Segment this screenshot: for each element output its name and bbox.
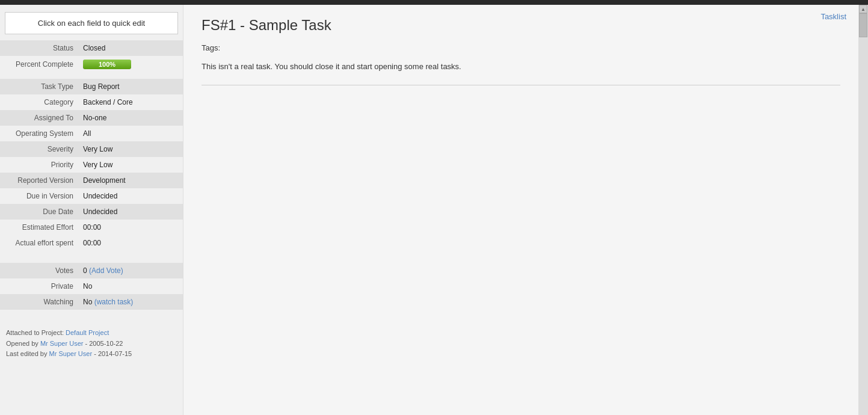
- opened-by-link[interactable]: Mr Super User: [40, 340, 84, 347]
- severity-row: Severity Very Low: [0, 141, 183, 157]
- votes-count: 0: [83, 266, 87, 275]
- opened-label: Opened by: [6, 340, 38, 347]
- os-label: Operating System: [0, 129, 78, 138]
- sidebar: Click on each field to quick edit Status…: [0, 5, 183, 415]
- status-label: Status: [0, 44, 78, 52]
- priority-row: Priority Very Low: [0, 157, 183, 173]
- watch-task-link[interactable]: (watch task): [94, 298, 134, 306]
- due-date-value[interactable]: Undecided: [78, 206, 183, 218]
- severity-value[interactable]: Very Low: [78, 143, 183, 155]
- opened-by-line: Opened by Mr Super User - 2005-10-22: [6, 339, 177, 349]
- private-row: Private No: [0, 278, 183, 294]
- footer-info: Attached to Project: Default Project Ope…: [0, 328, 183, 360]
- private-value: No: [78, 280, 183, 292]
- assigned-to-row: Assigned To No-one: [0, 110, 183, 126]
- last-edited-link[interactable]: Mr Super User: [49, 350, 93, 357]
- quick-edit-banner[interactable]: Click on each field to quick edit: [5, 12, 178, 34]
- progress-bar-fill: 100%: [83, 60, 131, 69]
- due-in-version-value[interactable]: Undecided: [78, 190, 183, 202]
- due-in-version-row: Due in Version Undecided: [0, 188, 183, 204]
- estimated-effort-label: Estimated Effort: [0, 223, 78, 232]
- percent-complete-label: Percent Complete: [0, 60, 78, 69]
- opened-date-text: - 2005-10-22: [85, 340, 123, 347]
- reported-version-row: Reported Version Development: [0, 173, 183, 188]
- scrollbar: ▲: [858, 5, 868, 415]
- assigned-to-label: Assigned To: [0, 114, 78, 122]
- watching-label: Watching: [0, 298, 78, 306]
- estimated-effort-value[interactable]: 00:00: [78, 221, 183, 233]
- due-in-version-label: Due in Version: [0, 192, 78, 200]
- category-row: Category Backend / Core: [0, 94, 183, 110]
- votes-label: Votes: [0, 266, 78, 275]
- progress-bar: 100%: [83, 60, 131, 69]
- task-type-row: Task Type Bug Report: [0, 79, 183, 94]
- category-value[interactable]: Backend / Core: [78, 96, 183, 108]
- percent-complete-value[interactable]: 100%: [78, 58, 183, 71]
- votes-value: 0 (Add Vote): [78, 265, 183, 277]
- due-date-label: Due Date: [0, 208, 78, 216]
- main-content: Tasklist FS#1 - Sample Task Tags: This i…: [183, 5, 858, 415]
- content-divider: [202, 85, 840, 85]
- watching-status: No: [83, 298, 92, 306]
- task-type-value[interactable]: Bug Report: [78, 81, 183, 93]
- status-row: Status Closed: [0, 40, 183, 56]
- last-edited-date: - 2014-07-15: [94, 350, 132, 357]
- reported-version-label: Reported Version: [0, 176, 78, 185]
- add-vote-link[interactable]: (Add Vote): [89, 266, 123, 275]
- category-label: Category: [0, 98, 78, 106]
- private-label: Private: [0, 282, 78, 290]
- severity-label: Severity: [0, 145, 78, 153]
- watching-value: No (watch task): [78, 296, 183, 308]
- priority-label: Priority: [0, 161, 78, 169]
- task-description: This isn't a real task. You should close…: [202, 61, 840, 73]
- last-edited-line: Last edited by Mr Super User - 2014-07-1…: [6, 349, 177, 360]
- actual-effort-row: Actual effort spent 00:00: [0, 235, 183, 251]
- project-link[interactable]: Default Project: [66, 329, 109, 336]
- status-value[interactable]: Closed: [78, 42, 183, 54]
- estimated-effort-row: Estimated Effort 00:00: [0, 220, 183, 235]
- due-date-row: Due Date Undecided: [0, 204, 183, 220]
- priority-value[interactable]: Very Low: [78, 159, 183, 171]
- last-edited-label: Last edited by: [6, 350, 48, 357]
- scroll-up-arrow[interactable]: ▲: [859, 5, 867, 13]
- actual-effort-label: Actual effort spent: [0, 239, 78, 247]
- assigned-to-value[interactable]: No-one: [78, 112, 183, 124]
- votes-row: Votes 0 (Add Vote): [0, 263, 183, 278]
- percent-complete-row: Percent Complete 100%: [0, 56, 183, 73]
- attached-label: Attached to Project:: [6, 329, 64, 336]
- os-value[interactable]: All: [78, 128, 183, 140]
- task-title: FS#1 - Sample Task: [202, 17, 840, 34]
- scroll-thumb[interactable]: [859, 13, 867, 37]
- top-bar: [0, 0, 868, 5]
- reported-version-value[interactable]: Development: [78, 174, 183, 186]
- tags-row: Tags:: [202, 43, 840, 52]
- task-type-label: Task Type: [0, 82, 78, 91]
- attached-project-line: Attached to Project: Default Project: [6, 328, 177, 339]
- os-row: Operating System All: [0, 126, 183, 141]
- tasklist-link[interactable]: Tasklist: [820, 12, 846, 21]
- watching-row: Watching No (watch task): [0, 294, 183, 310]
- actual-effort-value[interactable]: 00:00: [78, 237, 183, 249]
